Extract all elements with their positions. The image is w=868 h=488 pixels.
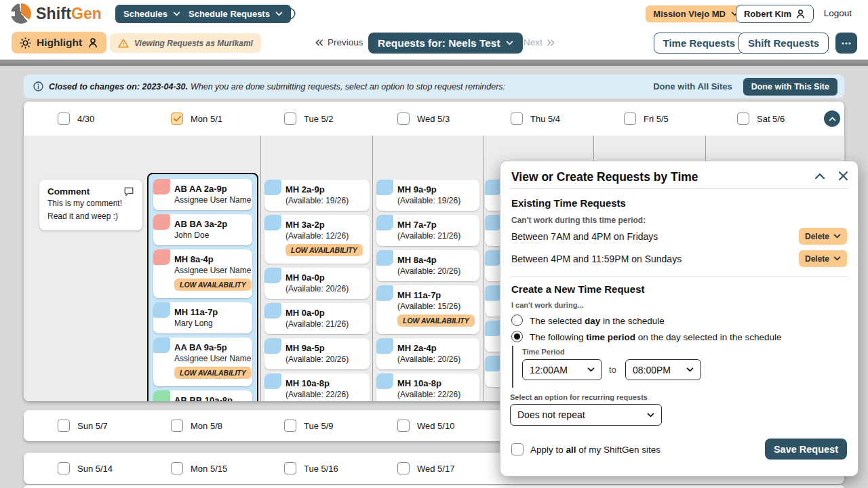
day-checkbox[interactable] xyxy=(58,420,70,432)
apply-all-sites-label[interactable]: Apply to all of my ShiftGen sites xyxy=(530,445,660,455)
day-checkbox[interactable] xyxy=(511,113,523,125)
done-with-this-site-button[interactable]: Done with This Site xyxy=(743,78,837,96)
done-with-all-sites-button[interactable]: Done with All Sites xyxy=(653,81,732,92)
shift-card[interactable]: MH 8a-4p Assignee User Name LOW AVAILABI… xyxy=(153,249,252,298)
more-options-button[interactable] xyxy=(835,33,857,54)
site-selector-button[interactable]: Mission Viejo MD xyxy=(646,5,746,22)
next-person-button[interactable]: Next xyxy=(524,37,555,47)
shift-card[interactable]: AB BB 10a-8p Ryan Gregory xyxy=(153,390,252,401)
radio-selected-day-label[interactable]: The selected day in the schedule xyxy=(530,316,665,326)
day-checkbox-checked[interactable] xyxy=(171,113,183,125)
day-label[interactable]: Mon 5/15 xyxy=(191,464,227,474)
day-label[interactable]: Wed 5/10 xyxy=(417,421,454,431)
comment-card[interactable]: Comment This is my comment! Read it and … xyxy=(39,180,142,230)
top-header: ShiftGen Schedules Schedule Requests Mis… xyxy=(0,0,868,60)
day-checkbox[interactable] xyxy=(58,462,70,474)
shift-card[interactable]: MH 11a-7p (Available: 15/26) LOW AVAILAB… xyxy=(376,285,479,334)
shift-type-tag-blue xyxy=(264,338,281,354)
recurring-select[interactable]: Does not repeat xyxy=(510,404,662,426)
day-label[interactable]: Mon 5/1 xyxy=(191,114,222,124)
shift-availability: (Available: 20/26) xyxy=(285,284,364,293)
collapse-week-button[interactable] xyxy=(824,110,840,127)
double-chevron-right-icon xyxy=(547,39,555,46)
schedule-requests-menu-button[interactable]: Schedule Requests xyxy=(180,5,291,23)
shift-title: MH 9a-9p xyxy=(397,184,474,195)
shift-card[interactable]: MH 8a-4p (Available: 20/26) xyxy=(376,250,479,281)
day-label[interactable]: Tue 5/9 xyxy=(304,421,334,431)
existing-request-item: Between 7AM and 4PM on Fridays xyxy=(511,231,658,242)
shift-card[interactable]: MH 10a-8p (Available: 22/26) xyxy=(264,373,370,401)
day-label[interactable]: Wed 5/3 xyxy=(417,114,450,124)
day-label[interactable]: Thu 5/4 xyxy=(530,114,560,124)
shift-card[interactable]: MH 0a-0p (Available: 20/26) xyxy=(264,268,370,299)
shift-card[interactable]: MH 0a-0p (Available: 21/26) xyxy=(264,303,370,334)
highlight-button[interactable]: Highlight xyxy=(12,32,106,54)
radio-time-period[interactable] xyxy=(511,331,523,342)
label-bold: day xyxy=(585,316,600,326)
day-column-tue: MH 2a-9p (Available: 19/26) MH 3a-2p (Av… xyxy=(264,180,370,401)
shift-type-tag-green xyxy=(153,390,170,401)
shift-card[interactable]: MH 9a-9p (Available: 19/26) xyxy=(376,180,479,211)
day-label[interactable]: Mon 5/8 xyxy=(191,421,222,431)
week-row-partial xyxy=(24,485,844,488)
column-divider xyxy=(372,136,373,401)
day-checkbox[interactable] xyxy=(397,462,410,474)
shift-card[interactable]: MH 2a-4p (Available: 20/26) xyxy=(376,338,479,369)
day-checkbox[interactable] xyxy=(397,113,410,125)
chevron-down-icon xyxy=(833,234,841,239)
requests-for-label: Requests for: Neels Test xyxy=(378,37,500,49)
day-label[interactable]: 4/30 xyxy=(77,114,94,124)
shift-card[interactable]: MH 11a-7p Mary Long xyxy=(153,302,252,333)
shift-card[interactable]: MH 10a-8p (Available: 22/26) xyxy=(376,373,479,401)
day-label[interactable]: Sun 5/14 xyxy=(77,464,113,474)
day-checkbox[interactable] xyxy=(284,113,296,125)
shift-card[interactable]: MH 7a-7p (Available: 21/26) xyxy=(376,215,479,246)
day-label[interactable]: Tue 5/2 xyxy=(304,114,334,124)
double-chevron-left-icon xyxy=(315,39,323,46)
shift-title: AB BB 10a-8p xyxy=(174,395,247,401)
day-checkbox[interactable] xyxy=(397,420,410,432)
radio-selected-day[interactable] xyxy=(511,314,523,326)
radio-time-period-label[interactable]: The following time period on the day sel… xyxy=(530,332,781,342)
shift-card[interactable]: AB BA 3a-2p John Doe xyxy=(153,214,252,245)
day-checkbox[interactable] xyxy=(284,462,296,474)
logout-link[interactable]: Logout xyxy=(824,8,852,18)
time-requests-button[interactable]: Time Requests xyxy=(654,33,745,54)
modal-close-button[interactable] xyxy=(838,171,848,181)
day-label[interactable]: Sat 5/6 xyxy=(757,114,785,124)
day-checkbox[interactable] xyxy=(58,113,70,125)
selected-day-column-mon[interactable]: AB AA 2a-9p Assignee User Name AB BA 3a-… xyxy=(147,173,258,401)
chevron-down-icon xyxy=(506,41,513,45)
day-label[interactable]: Fri 5/5 xyxy=(644,114,669,124)
apply-all-sites-checkbox[interactable] xyxy=(511,443,524,455)
user-account-button[interactable]: Robert Kim xyxy=(736,5,814,23)
shift-availability: (Available: 22/26) xyxy=(397,390,474,399)
day-checkbox[interactable] xyxy=(171,420,183,432)
day-checkbox[interactable] xyxy=(284,420,296,432)
day-label[interactable]: Tue 5/16 xyxy=(304,464,338,474)
modal-collapse-button[interactable] xyxy=(814,173,825,180)
day-checkbox[interactable] xyxy=(171,462,183,474)
requests-for-selector[interactable]: Requests for: Neels Test xyxy=(368,33,523,54)
shift-requests-button[interactable]: Shift Requests xyxy=(738,33,829,54)
info-icon[interactable] xyxy=(283,7,296,20)
shift-card[interactable]: MH 2a-9p (Available: 19/26) xyxy=(264,180,370,211)
time-to-select[interactable]: 08:00PM xyxy=(625,359,701,380)
day-label[interactable]: Wed 5/17 xyxy=(417,464,454,474)
schedules-menu-button[interactable]: Schedules xyxy=(115,5,189,23)
delete-request-button[interactable]: Delete xyxy=(799,228,847,245)
shiftgen-logo[interactable]: ShiftGen xyxy=(11,3,102,24)
day-checkbox[interactable] xyxy=(737,113,749,125)
previous-person-button[interactable]: Previous xyxy=(315,37,363,47)
comment-title: Comment xyxy=(47,186,90,197)
save-request-button[interactable]: Save Request xyxy=(765,439,847,460)
delete-request-button[interactable]: Delete xyxy=(799,250,847,267)
day-header-fri-55: Fri 5/5 xyxy=(624,102,737,136)
shift-card[interactable]: MH 3a-2p (Available: 12/26) LOW AVAILABI… xyxy=(264,215,370,264)
shift-card[interactable]: AB AA 2a-9p Assignee User Name xyxy=(153,179,252,210)
shift-card[interactable]: MH 9a-5p (Available: 20/26) xyxy=(264,338,370,369)
shift-card[interactable]: AA BA 9a-5p Assignee User Name LOW AVAIL… xyxy=(153,338,252,386)
day-label[interactable]: Sun 5/7 xyxy=(77,421,108,431)
time-from-select[interactable]: 12:00AM xyxy=(522,359,602,380)
day-checkbox[interactable] xyxy=(624,113,636,125)
